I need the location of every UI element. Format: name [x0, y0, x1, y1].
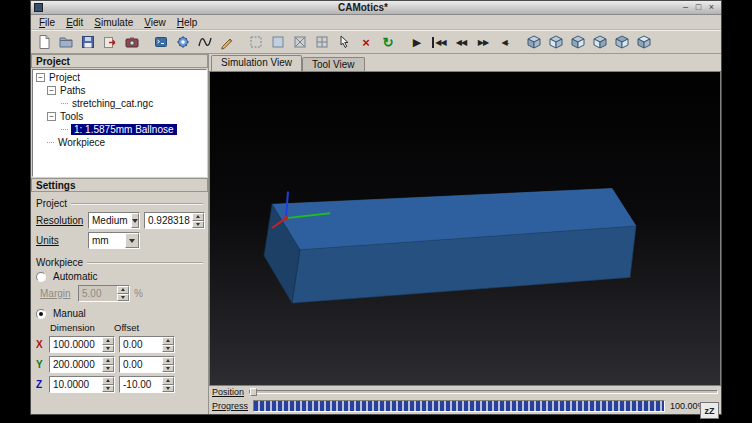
spin-down-icon[interactable] [102, 365, 114, 373]
x-offset-spinbox[interactable]: 0.00 [119, 336, 175, 353]
minimize-button[interactable]: – [679, 2, 692, 13]
tree-item-paths[interactable]: Paths [33, 84, 206, 97]
view-right-icon[interactable] [611, 32, 633, 53]
view-isometric-icon[interactable] [523, 32, 545, 53]
sleep-zz-button[interactable]: zZ [700, 402, 719, 419]
menu-edit[interactable]: Edit [61, 16, 89, 29]
toolbar-separator [143, 33, 150, 51]
position-row: Position [209, 386, 721, 398]
step-back-icon[interactable]: ◀- [494, 32, 516, 53]
new-project-icon[interactable] [33, 32, 55, 53]
x-dimension-spinbox[interactable]: 100.0000 [49, 336, 115, 353]
export-icon[interactable] [99, 32, 121, 53]
snapshot-icon[interactable] [121, 32, 143, 53]
spin-up-icon[interactable] [102, 377, 114, 385]
menu-help[interactable]: Help [172, 16, 204, 29]
tree-item-workpiece[interactable]: Workpiece [33, 136, 206, 149]
rewind-icon[interactable]: ◀◀ [450, 32, 472, 53]
tree-leaf-icon [61, 103, 68, 104]
view-left-icon[interactable] [589, 32, 611, 53]
spin-down-icon[interactable] [162, 345, 174, 353]
resolution-value: Medium [89, 213, 131, 228]
collapse-icon[interactable] [47, 86, 56, 95]
console-icon[interactable] [150, 32, 172, 53]
spin-down-icon [117, 294, 129, 302]
fast-forward-icon[interactable]: ▶▶ [472, 32, 494, 53]
tab-tool-view[interactable]: Tool View [302, 57, 365, 71]
axis-y-label: Y [36, 359, 45, 370]
z-dimension-spinbox[interactable]: 10.0000 [49, 376, 115, 393]
menu-file[interactable]: File [34, 16, 61, 29]
spin-down-icon[interactable] [192, 221, 204, 229]
menu-simulate[interactable]: Simulate [89, 16, 139, 29]
spin-down-icon[interactable] [102, 345, 114, 353]
spin-up-icon[interactable] [162, 337, 174, 345]
tree-item-label: Tools [59, 111, 84, 122]
z-offset-spinbox[interactable]: -10.00 [119, 376, 175, 393]
view-top-icon[interactable] [633, 32, 655, 53]
reload-icon[interactable]: ↻ [377, 32, 399, 53]
margin-label: Margin [40, 288, 74, 299]
title-bar[interactable]: CAMotics* – □ × [31, 1, 721, 15]
window-title: CAMotics* [47, 2, 679, 13]
spin-down-icon[interactable] [102, 385, 114, 393]
simulation-viewport[interactable] [209, 71, 721, 386]
menu-view[interactable]: View [139, 16, 172, 29]
collapse-icon[interactable] [36, 73, 45, 82]
close-button[interactable]: × [705, 2, 718, 13]
collapse-icon[interactable] [47, 112, 56, 121]
play-icon[interactable]: ▶ [406, 32, 428, 53]
resolution-spin-value: 0.928318 [145, 213, 192, 228]
view-back-icon[interactable] [567, 32, 589, 53]
y-offset-spinbox[interactable]: 0.00 [119, 356, 175, 373]
margin-value: 5.00 [79, 286, 117, 301]
save-project-icon[interactable] [77, 32, 99, 53]
toolpath-wave-icon[interactable] [194, 32, 216, 53]
show-surface-icon[interactable] [267, 32, 289, 53]
view-front-icon[interactable] [545, 32, 567, 53]
tree-item-label: Workpiece [57, 137, 106, 148]
spin-up-icon[interactable] [102, 357, 114, 365]
resolution-spinbox[interactable]: 0.928318 [144, 212, 205, 229]
axis-x-label: X [36, 339, 45, 350]
dimension-offset-header: Dimension Offset [36, 322, 203, 333]
workpiece-group-header: Workpiece [36, 257, 203, 268]
begin-icon[interactable]: ◀◀ [428, 32, 450, 53]
show-wireframe-icon[interactable] [289, 32, 311, 53]
position-slider[interactable] [249, 390, 718, 394]
show-bounds-icon[interactable] [245, 32, 267, 53]
tree-item-ngc-file[interactable]: stretching_cat.ngc [33, 97, 206, 110]
group-label: Project [36, 198, 67, 209]
maximize-button[interactable]: □ [692, 2, 705, 13]
y-dimension-spinbox[interactable]: 200.0000 [49, 356, 115, 373]
stop-icon[interactable]: × [355, 32, 377, 53]
toolbar-separator [399, 33, 406, 51]
spin-up-icon[interactable] [102, 337, 114, 345]
units-select[interactable]: mm [88, 232, 140, 249]
position-slider-handle[interactable] [250, 388, 257, 396]
spin-up-icon[interactable] [162, 377, 174, 385]
resolution-select[interactable]: Medium [88, 212, 140, 229]
view-tabbar: Simulation View Tool View [209, 54, 721, 71]
tab-simulation-view[interactable]: Simulation View [211, 55, 302, 71]
show-grid-icon[interactable] [311, 32, 333, 53]
spin-up-icon[interactable] [162, 357, 174, 365]
window-menu-icon[interactable] [34, 3, 43, 12]
chevron-down-icon[interactable] [125, 233, 139, 248]
spin-down-icon[interactable] [162, 365, 174, 373]
tree-item-project[interactable]: Project [33, 71, 206, 84]
manual-radio[interactable] [36, 309, 46, 319]
tree-item-tools[interactable]: Tools [33, 110, 206, 123]
margin-spinbox: 5.00 [78, 285, 130, 302]
edit-pencil-icon[interactable] [216, 32, 238, 53]
group-divider [87, 262, 203, 264]
tool-position-icon[interactable] [333, 32, 355, 53]
y-dimension-value: 200.0000 [50, 357, 102, 372]
open-project-icon[interactable] [55, 32, 77, 53]
settings-gear-icon[interactable] [172, 32, 194, 53]
chevron-down-icon[interactable] [131, 213, 139, 228]
tree-item-tool-ballnose[interactable]: 1: 1.5875mm Ballnose [33, 123, 206, 136]
spin-down-icon[interactable] [162, 385, 174, 393]
spin-up-icon[interactable] [192, 213, 204, 221]
automatic-radio[interactable] [36, 272, 46, 282]
